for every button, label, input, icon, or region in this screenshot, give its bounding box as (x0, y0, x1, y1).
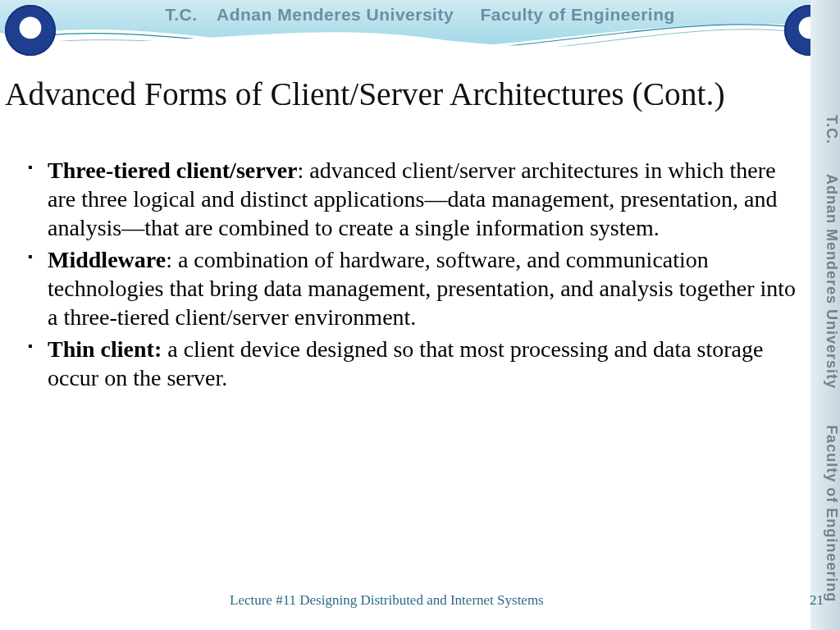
term: Thin client: (48, 336, 162, 362)
header-text: T.C. Adnan Menderes University Faculty o… (0, 5, 840, 25)
header-university: Adnan Menderes University (217, 5, 454, 24)
university-logo-icon (5, 5, 56, 56)
term: Middleware (48, 247, 166, 272)
list-item: Three-tiered client/server: advanced cli… (28, 156, 799, 242)
slide-title: Advanced Forms of Client/Server Architec… (5, 75, 832, 113)
footer-page-number: 21 (810, 592, 824, 609)
right-university: Adnan Menderes University (824, 174, 840, 389)
right-tc: T.C. (824, 115, 840, 144)
right-strip-text: T.C. Adnan Menderes University Faculty o… (810, 115, 840, 602)
footer-lecture-title: Lecture #11 Designing Distributed and In… (230, 592, 558, 609)
right-faculty: Faculty of Engineering (824, 425, 840, 602)
term: Three-tiered client/server (48, 158, 298, 183)
header-faculty: Faculty of Engineering (480, 5, 674, 24)
slide-content: Three-tiered client/server: advanced cli… (28, 156, 799, 395)
list-item: Middleware: a combination of hardware, s… (28, 245, 799, 331)
list-item: Thin client: a client device designed so… (28, 335, 799, 392)
header-tc: T.C. (165, 5, 197, 24)
